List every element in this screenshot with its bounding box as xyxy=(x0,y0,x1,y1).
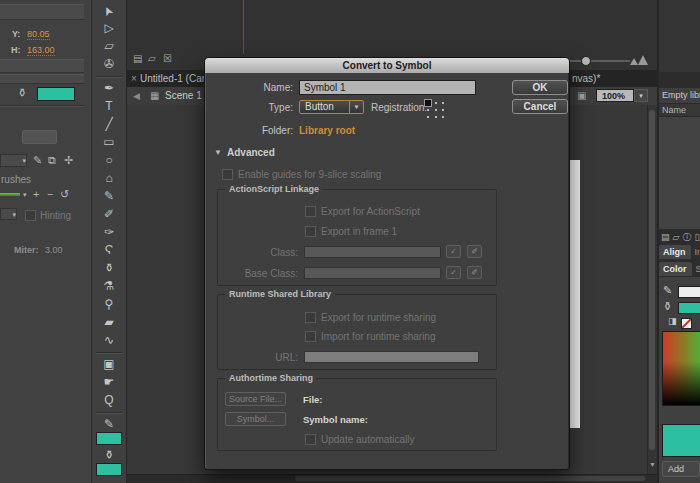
stroke-style-dropdown[interactable]: ▾ xyxy=(0,154,27,167)
fill-color-swatch[interactable] xyxy=(37,87,75,101)
height-value[interactable]: 163.00 xyxy=(27,45,55,56)
registration-point[interactable] xyxy=(432,114,439,121)
black-white-icon[interactable]: ◨ xyxy=(668,316,677,326)
width-tool[interactable]: ∿ xyxy=(97,332,121,350)
eraser-tool[interactable]: ▰ xyxy=(97,314,121,332)
dialog-title-bar[interactable]: Convert to Symbol xyxy=(205,58,569,73)
new-folder-icon[interactable]: ▱ xyxy=(148,53,156,64)
symbol-button[interactable]: Symbol... xyxy=(225,412,286,426)
cancel-button[interactable]: Cancel xyxy=(512,99,568,114)
base-class-field[interactable] xyxy=(304,267,441,279)
advanced-section-toggle[interactable]: Advanced xyxy=(227,147,275,158)
fill-color-swatch[interactable] xyxy=(96,463,122,476)
y-position-value[interactable]: 80.05 xyxy=(27,29,50,40)
bone-tool[interactable]: Ϛ xyxy=(97,242,121,260)
advanced-disclosure-triangle-icon[interactable]: ▼ xyxy=(214,148,222,157)
ok-button[interactable]: OK xyxy=(512,80,568,95)
zoom-out-mountain-icon[interactable] xyxy=(630,58,638,65)
remove-brush-icon[interactable]: − xyxy=(47,189,53,200)
tab-info[interactable]: In xyxy=(691,247,700,257)
export-in-frame1-checkbox[interactable] xyxy=(305,226,316,237)
clip-bounds-icon[interactable]: ▣ xyxy=(577,90,586,101)
add-brush-icon[interactable]: + xyxy=(33,189,39,200)
scrollbar-down-arrow-icon[interactable]: ▼ xyxy=(649,461,656,468)
validate-base-class-button[interactable]: ✓ xyxy=(446,266,461,279)
camera-tool[interactable]: ▣ xyxy=(97,356,121,374)
tab-color[interactable]: Color xyxy=(659,262,692,276)
class-field[interactable] xyxy=(304,246,441,258)
paint-brush-tool[interactable]: ✑ xyxy=(97,224,121,242)
stroke-color-swatch[interactable] xyxy=(96,432,122,445)
registration-grid[interactable] xyxy=(424,99,446,120)
library-item-list[interactable] xyxy=(659,117,700,229)
properties-info-icon[interactable]: ⓘ xyxy=(682,232,691,242)
eyedropper-tool[interactable]: ⚲ xyxy=(97,296,121,314)
pencil-tool[interactable]: ✎ xyxy=(97,188,121,206)
tab-align[interactable]: Align xyxy=(659,245,691,259)
export-for-actionscript-checkbox[interactable] xyxy=(305,206,316,217)
zoom-tool[interactable]: Q xyxy=(97,392,121,410)
zoom-in-mountain-icon[interactable] xyxy=(638,55,648,65)
new-symbol-icon[interactable]: ▤ xyxy=(661,232,670,242)
add-swatch-button[interactable]: Add xyxy=(662,461,700,477)
polystar-tool[interactable]: ⌂ xyxy=(97,170,121,188)
validate-class-button[interactable]: ✓ xyxy=(446,245,461,258)
registration-point-selected[interactable] xyxy=(424,99,432,107)
timeline-playhead[interactable] xyxy=(243,0,244,54)
paint-bucket-tool[interactable]: ⚱ xyxy=(97,260,121,278)
fill-color-chip[interactable] xyxy=(678,302,700,314)
stroke-pencil-icon[interactable]: ✎ xyxy=(33,155,42,166)
timeline-zoom-slider-knob[interactable] xyxy=(581,56,591,66)
back-arrow-icon[interactable]: ◀ xyxy=(133,91,140,101)
update-automatically-checkbox[interactable] xyxy=(305,434,316,445)
free-transform-tool[interactable]: ▱ xyxy=(97,38,121,56)
registration-point[interactable] xyxy=(439,114,446,121)
line-tool[interactable]: ╱ xyxy=(97,116,121,134)
url-field[interactable] xyxy=(304,351,479,363)
stage-zoom-field[interactable]: 100% xyxy=(596,89,634,102)
brush-dropdown-arrow-icon[interactable]: ▾ xyxy=(23,189,27,200)
brush-tool[interactable]: ✐ xyxy=(97,206,121,224)
stage-canvas-page[interactable] xyxy=(570,160,580,428)
stroke-color-chip[interactable] xyxy=(678,286,700,298)
hand-tool[interactable]: ☛ xyxy=(97,374,121,392)
color-picker-gradient-field[interactable] xyxy=(662,331,700,406)
stroke-size-field[interactable] xyxy=(22,130,57,144)
ink-bottle-tool[interactable]: ⚗ xyxy=(97,278,121,296)
no-color-icon[interactable] xyxy=(681,318,692,329)
edit-base-class-button[interactable]: ✐ xyxy=(467,266,482,279)
miter-value[interactable]: 3.00 xyxy=(45,245,63,255)
hinting-checkbox[interactable] xyxy=(25,210,36,221)
source-file-button[interactable]: Source File... xyxy=(225,392,286,406)
stage-vertical-scrollbar-thumb[interactable] xyxy=(649,110,655,450)
pressure-icon[interactable]: ✢ xyxy=(64,155,73,166)
enable-9slice-checkbox[interactable] xyxy=(222,169,233,180)
lasso-tool[interactable]: ✇ xyxy=(97,56,121,74)
new-layer-icon[interactable]: ▤ xyxy=(133,53,142,64)
reset-brush-icon[interactable]: ↺ xyxy=(60,189,69,200)
export-runtime-checkbox[interactable] xyxy=(305,312,316,323)
close-tab-icon[interactable]: × xyxy=(131,73,137,84)
registration-point[interactable] xyxy=(424,114,432,121)
rectangle-tool[interactable]: ▭ xyxy=(97,134,121,152)
text-tool[interactable]: T xyxy=(97,98,121,116)
fill-color-bucket-icon[interactable]: ⚱ xyxy=(663,300,672,313)
cap-dropdown[interactable]: ▾ xyxy=(0,208,17,220)
registration-point[interactable] xyxy=(439,99,446,107)
delete-icon[interactable]: ▯ xyxy=(694,232,699,242)
pen-tool[interactable]: ✒ xyxy=(97,80,121,98)
current-color-preview[interactable] xyxy=(662,424,700,457)
symbol-type-dropdown[interactable]: Button ▼ xyxy=(299,100,364,114)
object-drawing-icon[interactable]: ⧉ xyxy=(48,155,56,166)
stroke-color-pencil-icon[interactable]: ✎ xyxy=(663,284,672,297)
oval-tool[interactable]: ○ xyxy=(97,152,121,170)
library-name-column-header[interactable]: Name xyxy=(659,103,700,117)
stage-zoom-dropdown-arrow[interactable]: ▼ xyxy=(634,89,648,102)
library-root-link[interactable]: Library root xyxy=(299,125,355,136)
symbol-name-input[interactable]: Symbol 1 xyxy=(299,80,476,95)
document-tab-fragment[interactable]: nvas)* xyxy=(572,73,600,84)
edit-class-button[interactable]: ✐ xyxy=(467,245,482,258)
delete-layer-icon[interactable]: ☒ xyxy=(163,53,172,64)
tab-swatches[interactable]: Sw xyxy=(692,264,700,274)
import-runtime-checkbox[interactable] xyxy=(305,331,316,342)
